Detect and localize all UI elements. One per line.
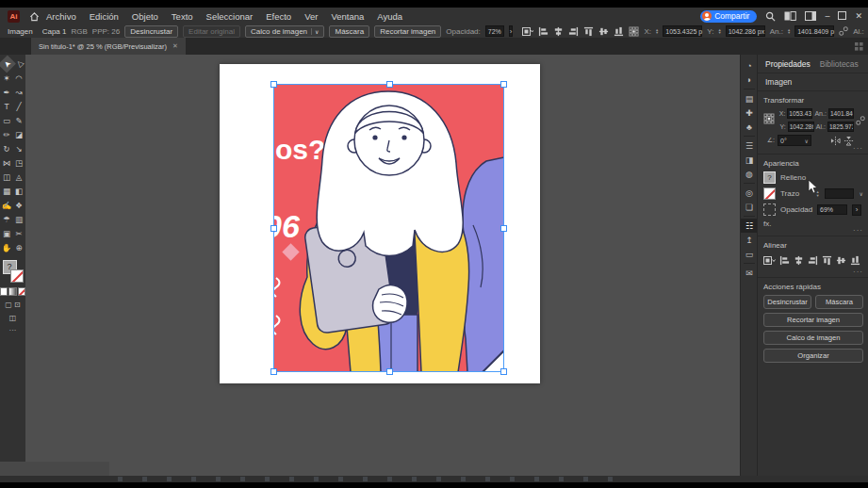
graphic-styles-panel-icon[interactable]: ❏ [741,200,758,214]
opacity-swatch-icon[interactable] [763,203,776,216]
menu-item[interactable]: Ver [298,11,324,22]
opacity-field[interactable]: 72% [485,25,504,37]
align-to-dropdown-icon[interactable] [522,26,533,37]
align-bottom-icon[interactable] [850,255,860,266]
gradient-mode-icon[interactable] [8,287,16,296]
draw-behind-icon[interactable]: ⊡ [14,301,21,309]
home-icon[interactable] [29,11,40,22]
menu-item[interactable]: Seleccionar [200,11,260,22]
rectangle-tool-icon[interactable]: ▭ [1,114,13,127]
layer-indicator[interactable]: Capa 1 [42,27,67,36]
graph-tool-icon[interactable]: ▥ [13,213,25,226]
selection-handle[interactable] [386,81,393,88]
placed-image[interactable]: os? 06 [273,84,504,372]
minimize-button[interactable]: – [825,12,829,21]
dock-separator[interactable] [741,134,758,138]
tab-bibliotecas[interactable]: Bibliotecas [820,59,859,69]
align-center-h-icon[interactable] [553,26,564,37]
curvature-tool-icon[interactable]: ↝ [13,86,25,99]
transparency-panel-icon[interactable]: ◍ [741,167,758,181]
dock-separator[interactable] [741,214,758,219]
dock-separator[interactable] [741,87,758,91]
layers-panel-icon[interactable]: ☷ [741,219,758,233]
align-bottom-icon[interactable] [614,26,624,37]
tab-propiedades[interactable]: Propiedades [765,59,811,69]
artboard-tool-icon[interactable]: ▣ [1,227,13,240]
selection-handle[interactable] [270,225,277,232]
link-dimensions-icon[interactable] [839,26,848,36]
selection-handle[interactable] [500,225,507,232]
eyedropper-tool-icon[interactable]: ✍ [1,199,13,212]
menu-item[interactable]: Efecto [259,11,298,22]
align-right-icon[interactable] [808,255,818,266]
width-field[interactable]: 1401.8409 p [794,25,834,37]
align-left-icon[interactable] [779,255,790,266]
symbols-panel-icon[interactable]: ♣ [741,120,758,134]
menu-item[interactable]: Edición [83,11,125,22]
y-field[interactable]: 1042.286 px [726,25,765,37]
fill-swatch[interactable]: ? [763,171,776,184]
align-right-icon[interactable] [568,26,579,37]
fx-label[interactable]: fx. [763,220,863,228]
menu-item[interactable]: Texto [165,11,200,22]
close-tab-icon[interactable]: ✕ [172,42,178,50]
quick-organizar-button[interactable]: Organizar [763,349,863,363]
crop-image-button[interactable]: Recortar imagen [374,25,441,38]
quick-desincrustar-button[interactable]: Desincrustar [763,295,811,309]
document-tab[interactable]: Sin título-1* @ 25 % (RGB/Previsualizar)… [31,38,186,55]
more-options-icon[interactable]: ··· [853,144,863,153]
reference-point-icon[interactable] [629,26,639,37]
screen-mode-icon[interactable]: ◫ [9,314,17,322]
scale-tool-icon[interactable]: ↘ [13,142,25,155]
brushes-panel-icon[interactable]: ◎ [741,186,758,200]
mesh-tool-icon[interactable]: ▦ [1,185,13,198]
pen-tool-icon[interactable]: ✒ [1,86,13,99]
stepper-icon[interactable] [788,28,790,35]
type-tool-icon[interactable]: T [1,100,13,113]
color-mode-icon[interactable] [0,287,8,296]
dock-separator[interactable] [741,181,758,186]
pencil-tool-icon[interactable]: ✏ [1,128,13,141]
comments-panel-icon[interactable]: ✉ [741,266,758,280]
zoom-tool-icon[interactable]: ⊕ [13,241,25,254]
more-options-icon[interactable]: ··· [853,226,863,235]
menu-item[interactable]: Archivo [40,11,83,22]
symbol-sprayer-tool-icon[interactable]: ☂ [1,213,13,226]
opacity-expand-button[interactable] [509,25,514,37]
asset-export-panel-icon[interactable]: ↥ [741,233,758,247]
opacity-label[interactable]: Opacidad [780,205,812,214]
share-button[interactable]: Compartir [700,10,757,23]
align-top-icon[interactable] [822,255,832,266]
image-trace-panel-icon[interactable]: ▤ [741,91,758,106]
magic-wand-tool-icon[interactable]: ✶ [1,72,13,85]
chevron-down-icon[interactable]: ∨ [860,190,863,197]
blend-tool-icon[interactable]: ❖ [13,199,25,212]
width-tool-icon[interactable]: ⋈ [1,156,13,170]
rotate-tool-icon[interactable]: ↻ [1,142,13,155]
perspective-grid-tool-icon[interactable]: ◬ [13,171,25,184]
angle-dropdown[interactable]: 0°∨ [778,135,811,146]
selection-handle[interactable] [270,368,277,375]
align-center-h-icon[interactable] [794,255,804,266]
quick-calco-de-imagen-button[interactable]: Calco de imagen [763,331,863,345]
hand-tool-icon[interactable]: ✋ [1,241,13,254]
link-dimensions-icon[interactable] [856,116,865,125]
width-field[interactable]: 1401.8409 p [828,108,854,119]
menu-item[interactable]: Ventana [324,11,370,22]
lasso-tool-icon[interactable]: ◠ [13,72,25,85]
x-field[interactable]: 1053.4325 p [787,108,812,119]
rotate-view-panel-icon[interactable]: ◔ [741,58,758,73]
stroke-panel-icon[interactable]: ☰ [741,138,758,153]
arrange-documents-icon[interactable] [784,11,796,21]
free-transform-tool-icon[interactable]: ◳ [13,156,25,170]
slice-tool-icon[interactable]: ✂ [13,227,25,240]
menu-item[interactable]: Ayuda [370,11,409,22]
quick-mascara-button[interactable]: Máscara [815,295,863,309]
stroke-width-field[interactable] [825,188,853,199]
embed-button[interactable]: Desincrustar [124,25,178,38]
taskbar[interactable] [0,476,868,482]
image-trace-button[interactable]: Calco de imagen∨ [245,25,324,38]
chevron-down-icon[interactable]: ∨ [311,28,319,35]
shaper-panel-icon[interactable]: ◗ [741,73,758,87]
restore-button[interactable] [838,11,846,22]
